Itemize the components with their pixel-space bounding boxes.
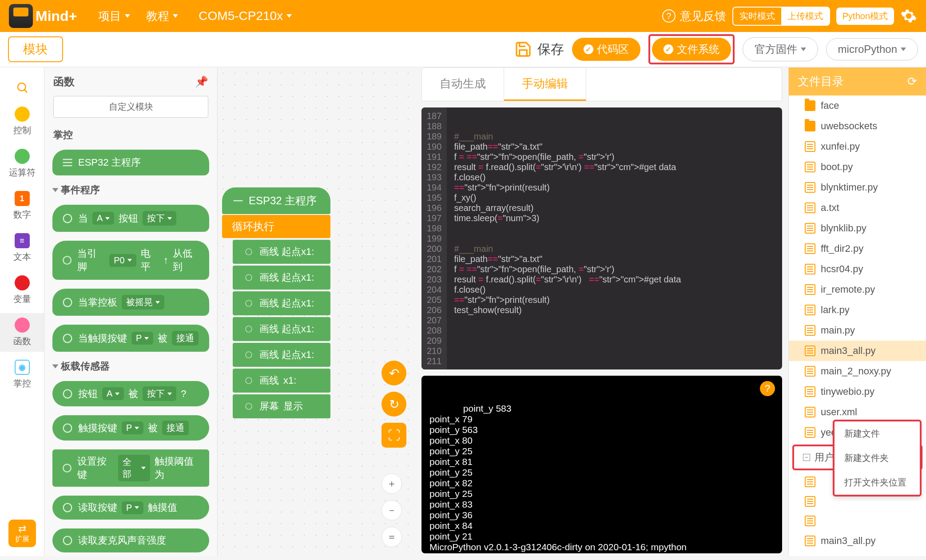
- svg-point-6: [64, 424, 72, 432]
- canvas-line-block[interactable]: 画线 起点x1:: [233, 317, 330, 341]
- canvas-screen-block[interactable]: 屏幕显示: [233, 394, 330, 418]
- collapse-icon: －: [803, 454, 810, 461]
- file-tree-body[interactable]: faceuwebsocketsxunfei.pyboot.pyblynktime…: [789, 95, 926, 556]
- file-item[interactable]: main.py: [789, 320, 926, 341]
- block-esp32-main[interactable]: ESP32 主程序: [52, 150, 209, 175]
- ctx-new-folder[interactable]: 新建文件夹: [835, 446, 920, 470]
- canvas-hat-block[interactable]: ESP32 主程序: [222, 187, 330, 214]
- file-item[interactable]: main_2_noxy.py: [789, 361, 926, 381]
- code-body[interactable]: #___mainfile_path=="str">"a.txt"f = =="s…: [447, 107, 782, 369]
- file-item[interactable]: face: [789, 95, 926, 116]
- operator-dot-icon: [15, 149, 30, 164]
- file-item[interactable]: main_1_xy.py: [789, 551, 926, 556]
- file-item[interactable]: boot.py: [789, 157, 926, 177]
- file-system-button[interactable]: ✓文件系统: [652, 38, 731, 61]
- category-rail: 控制 运算符 1数字 ≡文本 变量 函数 ◉掌控 ⇄扩展: [0, 68, 44, 556]
- block-when-button[interactable]: 当A按钮按下: [52, 205, 209, 232]
- ctx-open-location[interactable]: 打开文件夹位置: [835, 470, 920, 495]
- pin-icon[interactable]: 📌: [195, 75, 208, 88]
- micropython-dropdown[interactable]: microPython: [826, 38, 918, 60]
- canvas-line-block[interactable]: 画线 起点x1:: [233, 343, 330, 367]
- gear-icon[interactable]: [900, 8, 917, 24]
- block-icon: [61, 388, 74, 400]
- function-category[interactable]: 函数: [0, 313, 44, 352]
- file-item[interactable]: ir_remote.py: [789, 279, 926, 300]
- custom-block-button[interactable]: 自定义模块: [53, 96, 208, 118]
- variable-category[interactable]: 变量: [0, 271, 44, 310]
- tab-manual[interactable]: 手动编辑: [504, 68, 586, 101]
- realtime-mode-button[interactable]: 实时模式: [733, 8, 781, 25]
- file-icon: [805, 496, 815, 507]
- control-category[interactable]: 控制: [0, 102, 44, 141]
- block-icon: [61, 212, 74, 225]
- block-stack[interactable]: ESP32 主程序 循环执行 画线 起点x1: 画线 起点x1: 画线 起点x1…: [222, 187, 330, 418]
- block-read-button[interactable]: 读取按键P触摸值: [52, 496, 209, 520]
- zoom-out-button[interactable]: －: [382, 500, 402, 520]
- canvas-line-block[interactable]: 画线 起点x1:: [233, 240, 330, 264]
- help-button[interactable]: ?: [760, 381, 775, 396]
- block-set-button[interactable]: 设置按键全部触摸阈值为: [52, 449, 209, 487]
- file-item[interactable]: uwebsockets: [789, 116, 926, 136]
- menu-project[interactable]: 项目: [90, 8, 138, 24]
- canvas-loop-block[interactable]: 循环执行: [222, 215, 330, 238]
- code-area-button[interactable]: ✓代码区: [572, 38, 640, 61]
- console-output[interactable]: ? point_y 583 point_x 79 point_y 563 poi…: [421, 376, 782, 553]
- canvas-line-block[interactable]: 画线 起点x1:: [233, 266, 330, 290]
- block-when-shake[interactable]: 当掌控板被摇晃: [52, 289, 209, 316]
- tab-auto[interactable]: 自动生成: [422, 68, 504, 101]
- block-icon: [61, 156, 74, 169]
- file-item[interactable]: fft_dir2.py: [789, 238, 926, 259]
- svg-point-8: [64, 504, 72, 512]
- block-read-mic[interactable]: 读取麦克风声音强度: [52, 528, 209, 552]
- block-button-pressed[interactable]: 按钮A被按下?: [52, 381, 209, 406]
- canvas-line-block[interactable]: 画线 起点x1:: [233, 291, 330, 315]
- refresh-icon[interactable]: ⟳: [907, 75, 917, 88]
- question-icon: ?: [662, 9, 676, 23]
- file-item[interactable]: [789, 511, 926, 531]
- file-icon: [805, 516, 815, 526]
- file-item[interactable]: tinywebio.py: [789, 381, 926, 402]
- block-icon: [61, 422, 74, 434]
- save-button[interactable]: 保存: [514, 40, 564, 59]
- block-when-touch[interactable]: 当触摸按键P被接通: [52, 325, 209, 352]
- blocks-button[interactable]: 模块: [8, 36, 63, 62]
- number-category[interactable]: 1数字: [0, 187, 44, 225]
- text-category[interactable]: ≡文本: [0, 229, 44, 267]
- redo-button[interactable]: ↻: [382, 392, 406, 417]
- block-touch-key[interactable]: 触摸按键P被接通: [52, 415, 209, 441]
- zoom-in-button[interactable]: ＋: [382, 473, 402, 494]
- workspace-canvas[interactable]: ESP32 主程序 循环执行 画线 起点x1: 画线 起点x1: 画线 起点x1…: [218, 68, 415, 556]
- ctx-new-file[interactable]: 新建文件: [835, 421, 920, 446]
- port-selector[interactable]: COM5-CP210x: [191, 9, 300, 23]
- section-sensor[interactable]: 板载传感器: [44, 356, 217, 377]
- python-mode-button[interactable]: Python模式: [836, 8, 894, 25]
- search-category[interactable]: [0, 76, 44, 99]
- zoom-reset-button[interactable]: ＝: [382, 527, 402, 547]
- file-item[interactable]: blynklib.py: [789, 218, 926, 238]
- canvas-line-block[interactable]: 画线x1:: [233, 369, 330, 393]
- operator-category[interactable]: 运算符: [0, 144, 44, 183]
- file-item[interactable]: hcsr04.py: [789, 259, 926, 279]
- file-item[interactable]: blynktimer.py: [789, 177, 926, 198]
- section-event[interactable]: 事件程序: [44, 180, 217, 200]
- firmware-dropdown[interactable]: 官方固件: [743, 37, 818, 61]
- extension-button[interactable]: ⇄扩展: [8, 520, 36, 547]
- file-item[interactable]: main3_all.py: [789, 531, 926, 551]
- block-icon: [61, 296, 74, 309]
- file-item[interactable]: lark.py: [789, 300, 926, 320]
- mpython-category[interactable]: ◉掌控: [0, 355, 44, 394]
- upload-mode-button[interactable]: 上传模式: [781, 8, 829, 25]
- block-when-pin[interactable]: 当引脚P0电平↑从低到: [52, 241, 209, 280]
- block-icon: [242, 246, 255, 258]
- svg-point-4: [64, 334, 72, 342]
- code-editor[interactable]: 1871881891901911921931941951961971981992…: [421, 107, 782, 369]
- menu-tutorial[interactable]: 教程: [138, 8, 186, 24]
- file-item[interactable]: main3_all.py: [789, 341, 926, 361]
- file-icon: [805, 536, 815, 546]
- undo-button[interactable]: ↶: [382, 361, 406, 385]
- feedback-link[interactable]: ?意见反馈: [662, 8, 726, 24]
- file-item[interactable]: a.txt: [789, 198, 926, 218]
- file-item[interactable]: xunfei.py: [789, 136, 926, 157]
- block-icon: [61, 254, 73, 266]
- crop-button[interactable]: ⛶: [382, 423, 406, 448]
